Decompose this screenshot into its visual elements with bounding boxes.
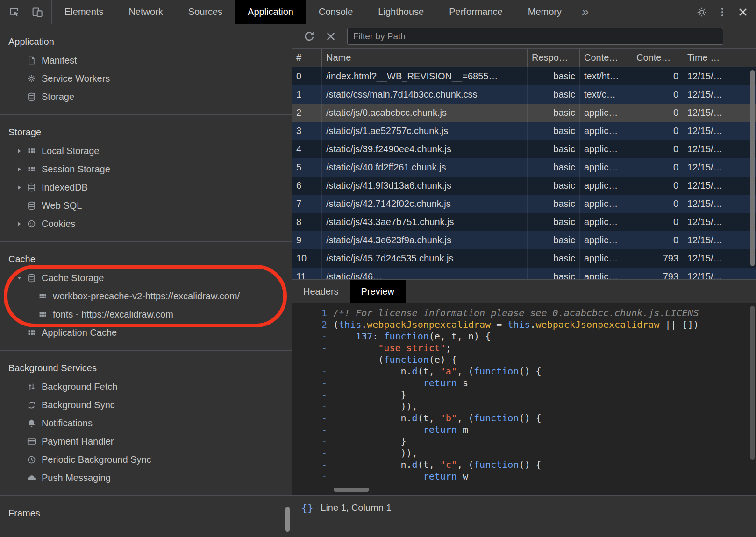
code-line: - 137: function(e, t, n) { [292,331,756,342]
refresh-icon[interactable] [300,28,318,45]
cell: basic [528,122,580,140]
cache-entry-row[interactable]: 6/static/js/41.9f3d13a6.chunk.jsbasicapp… [292,177,756,195]
sidebar-item-local-storage[interactable]: Local Storage [0,142,292,160]
cache-entry-row[interactable]: 11/static/js/46…basicapplic…79312/15/… [292,268,756,279]
sidebar-item-workbox-precache-v2-https-excalidraw-com[interactable]: workbox-precache-v2-https://excalidraw.c… [0,287,292,305]
cell: basic [528,177,580,195]
code-line: - n.d(t, "c", (function() { [292,459,756,471]
format-code-icon[interactable]: {} [301,502,313,514]
sidebar-item-background-sync[interactable]: Background Sync [0,396,292,414]
cache-entry-row[interactable]: 4/static/js/39.f2490ee4.chunk.jsbasicapp… [292,140,756,158]
sidebar-item-application-cache[interactable]: Application Cache [0,324,292,342]
cache-entry-row[interactable]: 10/static/js/45.7d24c535.chunk.jsbasicap… [292,249,756,268]
table-scrollbar[interactable] [750,70,755,266]
sidebar-item-label: Cache Storage [42,273,104,283]
code-line: - )), [292,401,756,412]
sidebar-item-label: Push Messaging [42,473,111,483]
cursor-position: Line 1, Column 1 [321,502,391,513]
column-header-respo[interactable]: Respo… [528,49,580,67]
tab-elements[interactable]: Elements [52,0,116,24]
sidebar-item-label: Storage [42,92,74,102]
gear-icon[interactable] [693,4,710,21]
column-header-conte[interactable]: Conte… [580,49,632,67]
cache-entry-row[interactable]: 0/index.html?__WB_REVISION__=6855…basict… [292,67,756,85]
column-header-conte[interactable]: Conte… [632,49,683,67]
tab-sources[interactable]: Sources [176,0,235,24]
cache-entry-row[interactable]: 7/static/js/42.7142f02c.chunk.jsbasicapp… [292,195,756,213]
cell: /static/js/41.9f3d13a6.chunk.js [322,177,528,195]
cell: 3 [292,122,322,140]
cell: basic [528,67,580,85]
line-number: 1 [292,307,333,319]
triangle-right-icon[interactable] [13,166,25,173]
cell: /static/js/45.7d24c535.chunk.js [322,249,528,268]
tab-lighthouse[interactable]: Lighthouse [365,0,436,24]
tab-performance[interactable]: Performance [436,0,515,24]
cell: 9 [292,231,322,249]
column-header-index[interactable]: # [292,49,322,67]
line-number: - [292,447,333,459]
tab-network[interactable]: Network [116,0,175,24]
sidebar-item-session-storage[interactable]: Session Storage [0,160,292,178]
sidebar-item-background-fetch[interactable]: Background Fetch [0,378,292,396]
code-line: - n.d(t, "a", (function() { [292,366,756,377]
code-horizontal-scrollbar[interactable] [334,488,369,492]
cloud-icon [25,473,37,484]
close-icon[interactable] [735,4,751,21]
filter-input[interactable] [347,28,723,45]
cache-entry-row[interactable]: 5/static/js/40.fd2ff261.chunk.jsbasicapp… [292,158,756,177]
triangle-right-icon[interactable] [13,184,25,191]
section-title-application: Application [0,32,292,51]
cell: 0 [632,195,683,213]
sidebar-item-push-messaging[interactable]: Push Messaging [0,469,292,487]
code-vertical-scrollbar[interactable] [750,306,755,460]
cell: applic… [580,158,632,177]
cache-entry-row[interactable]: 8/static/js/43.3ae7b751.chunk.jsbasicapp… [292,213,756,231]
sidebar-item-storage[interactable]: Storage [0,88,292,106]
device-toolbar-icon[interactable] [29,4,46,21]
line-number: - [292,459,333,471]
kebab-menu-icon[interactable] [714,4,731,21]
cache-entry-row[interactable]: 3/static/js/1.ae52757c.chunk.jsbasicappl… [292,122,756,140]
fetch-icon [25,382,37,393]
code-line: - )), [292,447,756,459]
sidebar-item-cache-storage[interactable]: Cache Storage [0,269,292,287]
preview-tab-headers[interactable]: Headers [292,280,350,303]
clear-icon[interactable] [322,28,340,45]
sidebar-item-cookies[interactable]: Cookies [0,215,292,233]
line-number: - [292,436,333,447]
triangle-right-icon[interactable] [13,148,25,155]
tab-application[interactable]: Application [235,0,306,24]
tab-console[interactable]: Console [306,0,365,24]
triangle-right-icon[interactable] [13,220,25,227]
tab-memory[interactable]: Memory [515,0,574,24]
sidebar-item-web-sql[interactable]: Web SQL [0,197,292,215]
cell: 12/15/… [683,140,749,158]
triangle-down-icon[interactable] [13,275,25,282]
sidebar-item-fonts-https-excalidraw-com[interactable]: fonts - https://excalidraw.com [0,305,292,324]
cell: 7 [292,195,322,213]
cell: applic… [580,104,632,122]
sidebar-item-label: IndexedDB [42,182,88,193]
cache-entry-row[interactable]: 1/static/css/main.7d14b3cc.chunk.cssbasi… [292,85,756,104]
sidebar-item-notifications[interactable]: Notifications [0,414,292,432]
database-icon [25,182,37,193]
cache-entry-row[interactable]: 9/static/js/44.3e623f9a.chunk.jsbasicapp… [292,231,756,249]
code-line: - return s [292,377,756,389]
inspect-element-icon[interactable] [6,4,22,21]
sidebar-item-periodic-background-sync[interactable]: Periodic Background Sync [0,451,292,469]
more-tabs-icon[interactable]: » [574,0,596,24]
column-header-name[interactable]: Name [322,49,528,67]
sidebar-scrollbar[interactable] [285,507,290,532]
cell: 0 [632,177,683,195]
sidebar-item-payment-handler[interactable]: Payment Handler [0,432,292,451]
column-header-time[interactable]: Time … [683,49,749,67]
preview-tab-preview[interactable]: Preview [350,280,406,303]
sidebar-item-service-workers[interactable]: Service Workers [0,70,292,88]
table-icon [36,309,49,320]
cell: 793 [632,268,683,279]
sidebar-item-manifest[interactable]: Manifest [0,51,292,70]
card-icon [25,436,37,447]
cache-entry-row[interactable]: 2/static/js/0.acabcbcc.chunk.jsbasicappl… [292,104,756,122]
sidebar-item-indexeddb[interactable]: IndexedDB [0,178,292,197]
